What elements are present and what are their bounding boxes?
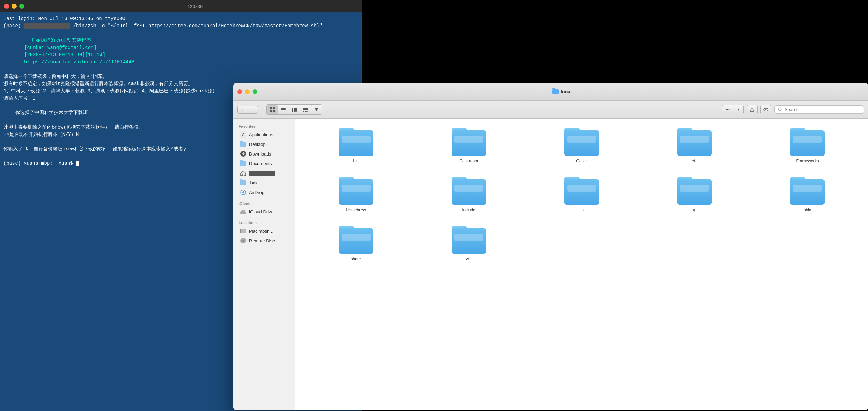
svg-rect-17 — [764, 108, 768, 111]
folder-icon — [452, 177, 486, 205]
file-name: Caskroom — [459, 159, 478, 163]
svg-rect-6 — [281, 111, 286, 111]
file-item-etc[interactable]: etc — [641, 126, 748, 166]
sidebar-item-home[interactable]: ████████ — [235, 168, 294, 178]
sidebar-item-documents[interactable]: Documents — [235, 159, 294, 168]
file-item-sbin[interactable]: sbin — [754, 174, 861, 215]
file-name: opt — [692, 208, 698, 212]
action-button[interactable] — [722, 105, 733, 114]
sidebar-item-macintosh-hd[interactable]: Macintosh... — [235, 226, 294, 236]
edit-tags-button[interactable] — [760, 105, 771, 114]
finder-title: local — [552, 89, 572, 94]
svg-rect-11 — [303, 111, 304, 112]
file-item-share[interactable]: share — [302, 223, 410, 264]
finder-minimize-button[interactable] — [245, 89, 250, 94]
downloads-icon — [240, 151, 246, 157]
file-name: sbin — [803, 208, 811, 212]
sidebar-item-label: Documents — [249, 161, 272, 166]
back-button[interactable]: ‹ — [237, 106, 248, 114]
sidebar-item-icloud-drive[interactable]: iCloud Drive — [235, 207, 294, 217]
folder-icon — [677, 128, 712, 156]
svg-point-29 — [242, 240, 244, 242]
file-name: include — [462, 208, 475, 212]
folder-icon — [790, 128, 825, 156]
column-view-button[interactable] — [289, 105, 300, 114]
folder-icon — [339, 177, 373, 205]
file-item-cellar[interactable]: Cellar — [528, 126, 635, 166]
gallery-view-button[interactable] — [300, 105, 311, 114]
finder-window: local ‹ › — [233, 83, 868, 410]
desktop-icon — [240, 141, 246, 147]
folder-icon — [564, 128, 599, 156]
finder-content: Favorites A Applications Desktop Downloa… — [233, 119, 868, 410]
file-item-caskroom[interactable]: Caskroom — [415, 126, 522, 166]
file-item-frameworks[interactable]: Frameworks — [754, 126, 861, 166]
finder-sidebar: Favorites A Applications Desktop Downloa… — [233, 119, 295, 410]
svg-text:A: A — [242, 132, 245, 137]
file-item-var[interactable]: var — [415, 223, 522, 264]
share-button[interactable] — [747, 105, 758, 114]
terminal-line: https://zhuanlan.zhihu.com/p/111014448 — [3, 59, 358, 66]
svg-rect-12 — [305, 111, 306, 112]
sidebar-item-remote-disc[interactable]: Remote Disc — [235, 236, 294, 245]
file-item-lib[interactable]: lib — [528, 174, 635, 215]
svg-rect-8 — [294, 108, 295, 112]
forward-button[interactable]: › — [248, 106, 258, 114]
svg-rect-5 — [281, 109, 286, 110]
sidebar-item-desktop[interactable]: Desktop — [235, 139, 294, 149]
folder-icon — [790, 177, 825, 205]
finder-maximize-button[interactable] — [253, 89, 257, 94]
sidebar-item-bak[interactable]: .bak — [235, 178, 294, 188]
terminal-line: 开始执行Brew自动安装程序 — [3, 37, 358, 44]
icon-view-button[interactable] — [267, 105, 278, 114]
sidebar-item-label: ████████ — [249, 171, 275, 176]
file-name: Cellar — [576, 159, 587, 163]
remote-disc-icon — [240, 238, 246, 244]
file-item-bin[interactable]: bin — [302, 126, 410, 166]
close-button[interactable] — [4, 4, 9, 9]
sidebar-item-label: Remote Disc — [249, 238, 275, 243]
maximize-button[interactable] — [19, 4, 24, 9]
terminal-line: (base) ████████████████ /bin/zsh -c "$(c… — [3, 22, 358, 30]
nav-buttons: ‹ › — [237, 106, 258, 114]
svg-rect-27 — [241, 229, 246, 233]
search-box[interactable] — [774, 105, 864, 114]
svg-point-15 — [727, 109, 728, 110]
sidebar-item-label: .bak — [249, 180, 258, 186]
list-view-button[interactable] — [278, 105, 289, 114]
finder-titlebar: local — [233, 83, 868, 101]
terminal-line: 请选择一个下载镜像，例如中科大，输入1回车。 — [3, 73, 358, 80]
finder-close-button[interactable] — [237, 89, 242, 94]
minimize-button[interactable] — [12, 4, 17, 9]
finder-toolbar: ‹ › — [233, 101, 868, 119]
file-item-homebrew[interactable]: Homebrew — [302, 174, 410, 215]
folder-icon — [452, 226, 486, 254]
file-item-opt[interactable]: opt — [641, 174, 748, 215]
file-name: bin — [353, 159, 359, 163]
sidebar-item-label: Macintosh... — [249, 229, 273, 234]
terminal-line: Last login: Mon Jul 13 09:13:46 on ttys0… — [3, 15, 358, 22]
search-input[interactable] — [785, 107, 860, 112]
sidebar-item-downloads[interactable]: Downloads — [235, 149, 294, 159]
file-name: Homebrew — [346, 208, 366, 212]
sidebar-item-label: iCloud Drive — [249, 209, 274, 214]
icloud-label: iCloud — [233, 200, 295, 207]
action-dropdown[interactable]: ▼ — [733, 105, 744, 114]
svg-rect-0 — [270, 107, 272, 109]
sidebar-item-airdrop[interactable]: AirDrop — [235, 188, 294, 197]
file-name: share — [351, 257, 361, 261]
view-options-dropdown[interactable]: ▼ — [311, 105, 322, 114]
files-grid: bin Caskroom Cellar — [302, 126, 861, 264]
file-name: lib — [580, 208, 584, 212]
sidebar-item-applications[interactable]: A Applications — [235, 130, 294, 139]
home-icon — [240, 170, 246, 176]
folder-icon — [564, 177, 599, 205]
svg-rect-4 — [281, 108, 286, 109]
toolbar-right: ▼ — [722, 105, 864, 114]
terminal-titlebar: — 120×36 — [0, 0, 362, 12]
svg-rect-13 — [306, 111, 308, 112]
terminal-title: — 120×36 — [182, 4, 203, 9]
terminal-line: [cunkai.wang@foxmail.com] — [3, 44, 358, 51]
svg-rect-7 — [292, 108, 293, 112]
file-item-include[interactable]: include — [415, 174, 522, 215]
